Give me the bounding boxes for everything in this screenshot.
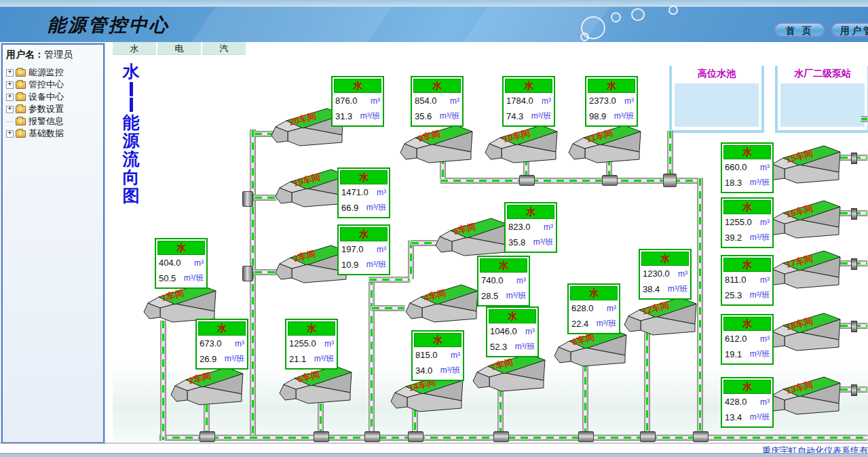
expander-icon[interactable]: +: [6, 69, 14, 77]
sidebar-item-5[interactable]: 报警信息: [3, 115, 103, 127]
pipe-tee-junction: [693, 431, 709, 442]
meter-header: 水: [723, 200, 771, 214]
pipe-tee-junction: [314, 431, 329, 442]
meter-total-value: 876.0: [335, 96, 358, 106]
meter-per-shift-unit: m³/班: [506, 290, 526, 302]
meter-per-shift-value: 10.9: [341, 260, 358, 270]
meter-total-unit: m³: [678, 269, 687, 279]
water-meter-box: 水428.0m³13.4m³/班: [721, 377, 774, 428]
pipe-flange: [851, 258, 857, 270]
sidebar-item-label: 报警信息: [29, 115, 64, 127]
meter-header: 水: [340, 170, 388, 184]
meter-total-value: 1784.0: [506, 96, 533, 106]
meter-total-value: 197.0: [341, 244, 364, 254]
pipe-flange: [851, 208, 857, 220]
pipe-segment: [644, 332, 650, 441]
water-meter-box: 水197.0m³10.9m³/班: [337, 224, 390, 275]
meter-per-shift-value: 26.9: [200, 354, 216, 364]
title-dash: [130, 82, 133, 96]
meter-per-shift-unit: m³/班: [366, 202, 386, 214]
sidebar-item-label: 管控中心: [29, 79, 64, 91]
meter-total-unit: m³: [324, 339, 334, 349]
meter-per-shift-unit: m³/班: [515, 341, 535, 353]
sidebar-item-label: 基础数据: [29, 127, 64, 140]
meter-per-shift-unit: m³/班: [750, 290, 770, 301]
sidebar-item-3[interactable]: +设备中心: [3, 91, 103, 103]
meter-per-shift-value: 31.3: [335, 111, 352, 121]
expander-icon[interactable]: +: [6, 94, 14, 101]
sidebar-item-label: 设备中心: [29, 91, 64, 103]
meter-total-unit: m³: [194, 258, 204, 268]
meter-header: 水: [413, 79, 461, 93]
page-title: 能源管控中心: [48, 13, 170, 37]
meter-per-shift-unit: m³/班: [533, 237, 553, 248]
meter-total-unit: m³: [760, 334, 770, 344]
pipe-tee-junction: [364, 431, 380, 442]
meter-total-value: 428.0: [725, 397, 747, 407]
pipe-segment: [159, 435, 868, 441]
pipe-tee-junction: [602, 175, 618, 186]
meter-header: 水: [340, 227, 388, 241]
meter-total-value: 2373.0: [589, 96, 616, 106]
meter-per-shift-unit: m³/班: [597, 318, 616, 330]
water-meter-box: 水673.0m³26.9m³/班: [195, 319, 248, 370]
tank-label: 水厂二级泵站: [778, 68, 867, 80]
tab-steam[interactable]: 汽: [202, 42, 246, 55]
energy-scada-page: 能源管控中心 首 页 用户管 用户名：管理员 +能源监控+管控中心+设备中心+参…: [0, 0, 868, 457]
meter-per-shift-unit: m³/班: [440, 111, 459, 122]
meter-per-shift-value: 35.6: [415, 111, 432, 121]
header-banner: 能源管控中心 首 页 用户管: [0, 7, 868, 42]
meter-total-value: 612.0: [725, 334, 747, 344]
meter-total-value: 1046.0: [490, 326, 517, 336]
pipe-tee-junction: [200, 431, 215, 442]
meter-per-shift-value: 52.3: [490, 342, 507, 352]
tab-electricity[interactable]: 电: [157, 42, 201, 55]
meter-header: 水: [723, 145, 771, 159]
meter-per-shift-unit: m³/班: [360, 111, 380, 122]
tank-label: 高位水池: [672, 68, 761, 80]
meter-total-unit: m³: [760, 218, 770, 227]
meter-total-value: 673.0: [200, 338, 222, 349]
meter-header: 水: [480, 258, 527, 273]
meter-total-unit: m³: [525, 327, 535, 336]
meter-per-shift-value: 18.3: [725, 178, 742, 188]
bubble-decoration: [631, 8, 645, 21]
sidebar-item-2[interactable]: +管控中心: [3, 79, 103, 91]
tab-water[interactable]: 水: [113, 42, 156, 55]
water-meter-box: 水1471.0m³66.9m³/班: [337, 167, 390, 218]
pipe-tee-junction: [493, 431, 509, 442]
meter-header: 水: [505, 79, 552, 93]
home-button[interactable]: 首 页: [774, 22, 825, 37]
meter-per-shift-value: 34.0: [415, 365, 432, 376]
tank-high-level-pool: 高位水池: [669, 66, 764, 133]
meter-header: 水: [157, 241, 205, 255]
sidebar-item-4[interactable]: +参数设置: [3, 103, 103, 115]
sidebar-item-6[interactable]: +基础数据: [3, 127, 103, 140]
expander-icon[interactable]: +: [6, 130, 14, 138]
tank-water: [780, 83, 865, 127]
meter-total-unit: m³: [377, 245, 386, 254]
tank-secondary-pump-station: 水厂二级泵站: [775, 66, 868, 133]
pipe-segment: [582, 363, 588, 441]
title-char: 水: [121, 62, 141, 81]
expander-icon[interactable]: +: [6, 81, 14, 89]
water-meter-box: 水876.0m³31.3m³/班: [331, 76, 384, 127]
expander-icon[interactable]: +: [6, 106, 14, 113]
user-management-button[interactable]: 用户管: [831, 22, 868, 37]
meter-per-shift-unit: m³/班: [531, 111, 551, 122]
title-char: 源: [121, 132, 141, 150]
meter-per-shift-value: 98.9: [589, 111, 606, 121]
sidebar-item-1[interactable]: +能源监控: [3, 66, 103, 79]
pipe-tee-junction: [408, 431, 423, 442]
meter-total-unit: m³: [542, 96, 551, 106]
meter-per-shift-value: 74.3: [506, 111, 523, 121]
sidebar-item-label: 参数设置: [29, 103, 64, 115]
meter-per-shift-unit: m³/班: [750, 177, 770, 188]
meter-per-shift-value: 19.1: [725, 349, 742, 359]
meter-total-unit: m³: [760, 163, 770, 172]
meter-total-value: 815.0: [415, 350, 438, 360]
meter-total-value: 628.0: [571, 303, 594, 313]
bubble-decoration: [611, 12, 621, 22]
water-meter-box: 水815.0m³34.0m³/班: [411, 330, 464, 381]
title-char: 图: [121, 186, 141, 205]
